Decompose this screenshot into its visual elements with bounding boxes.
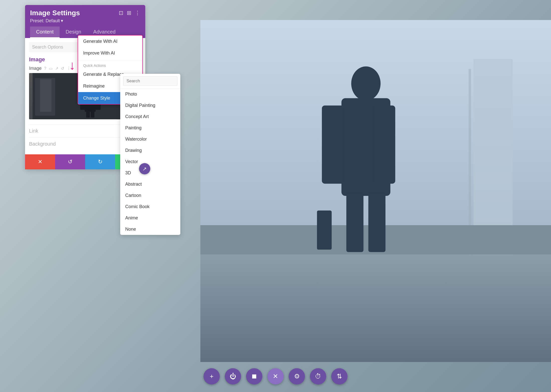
style-drawing[interactable]: Drawing (120, 145, 180, 156)
cursor-icon[interactable]: ↗ (55, 66, 58, 71)
search-options-text: Search Options (32, 45, 63, 50)
pink-arrow: ↓ (69, 58, 75, 73)
quick-actions-label: Quick Actions (78, 61, 142, 69)
sort-button[interactable]: ⇅ (331, 368, 348, 384)
link-label: Link (29, 128, 38, 134)
style-abstract[interactable]: Abstract (120, 179, 180, 190)
svg-rect-2 (474, 59, 513, 254)
style-search-input[interactable] (123, 76, 177, 86)
cancel-button[interactable]: ✕ (25, 154, 55, 169)
tab-content[interactable]: Content (30, 27, 60, 38)
style-anime[interactable]: Anime (120, 212, 180, 224)
stop-button[interactable]: ⏹ (246, 368, 262, 384)
panel-header-icons: ⊡ ⊞ ⋮ (119, 10, 140, 16)
svg-rect-19 (86, 111, 90, 118)
settings-button[interactable]: ⚙ (289, 368, 305, 384)
grid-icon[interactable]: ⊞ (127, 10, 131, 16)
style-3d[interactable]: 3D (120, 167, 180, 179)
undo-button[interactable]: ↺ (55, 154, 85, 169)
preset-row: Preset: Default ▾ (30, 18, 140, 24)
svg-point-5 (351, 67, 380, 101)
stop-icon: ⏹ (251, 372, 257, 380)
add-button[interactable]: + (204, 368, 220, 384)
svg-rect-8 (373, 106, 395, 184)
image-label: Image (29, 66, 42, 71)
sort-icon: ⇅ (337, 372, 342, 380)
style-painting[interactable]: Painting (120, 122, 180, 134)
mobile-icon[interactable]: ▭ (49, 66, 53, 71)
style-list: Photo Digital Painting Concept Art Paint… (120, 89, 180, 235)
menu-divider (78, 60, 142, 60)
photo-content (200, 20, 551, 362)
panel-title: Image Settings (30, 9, 80, 17)
panel-header-top: Image Settings ⊡ ⊞ ⋮ (30, 9, 140, 17)
style-search-container (120, 74, 180, 89)
background-label: Background (29, 141, 56, 147)
timer-button[interactable]: ⏱ (310, 368, 326, 384)
close-icon: ✕ (273, 372, 278, 380)
responsive-icon[interactable]: ⊡ (119, 10, 123, 16)
bottom-toolbar: + ⏻ ⏹ ✕ ⚙ ⏱ ⇅ (204, 368, 348, 384)
power-button[interactable]: ⏻ (225, 368, 241, 384)
style-watercolor[interactable]: Watercolor (120, 134, 180, 145)
power-icon: ⏻ (230, 372, 236, 380)
style-submenu: Photo Digital Painting Concept Art Paint… (120, 74, 180, 235)
svg-rect-9 (346, 193, 363, 252)
improve-with-ai-item[interactable]: Improve With AI (78, 47, 142, 59)
svg-rect-10 (368, 193, 385, 252)
timer-icon: ⏱ (315, 372, 321, 380)
more-options-icon[interactable]: ⋮ (135, 10, 140, 16)
svg-rect-14 (40, 79, 51, 112)
svg-rect-11 (317, 211, 332, 250)
style-vector[interactable]: Vector (120, 156, 180, 167)
panel-header: Image Settings ⊡ ⊞ ⋮ Preset: Default ▾ C… (25, 5, 145, 38)
style-concept-art[interactable]: Concept Art (120, 111, 180, 122)
preset-chevron[interactable]: ▾ (61, 18, 63, 24)
svg-rect-20 (91, 111, 94, 118)
generate-with-ai-item[interactable]: Generate With AI (78, 36, 142, 47)
undo-small-icon[interactable]: ↺ (61, 66, 64, 71)
image-section-title: Image (29, 56, 45, 63)
style-digital-painting[interactable]: Digital Painting (120, 100, 180, 111)
preset-label: Preset: Default (30, 18, 60, 24)
close-toolbar-button[interactable]: ✕ (267, 368, 284, 384)
svg-rect-7 (322, 106, 344, 184)
help-icon[interactable]: ? (44, 66, 46, 71)
settings-icon: ⚙ (294, 372, 300, 380)
style-none[interactable]: None (120, 224, 180, 235)
svg-rect-1 (200, 254, 551, 362)
add-icon: + (210, 372, 213, 380)
redo-button[interactable]: ↻ (85, 154, 115, 169)
style-photo[interactable]: Photo (120, 89, 180, 100)
style-comic-book[interactable]: Comic Book (120, 201, 180, 212)
drag-handle[interactable]: ↗ (139, 163, 150, 174)
style-cartoon[interactable]: Cartoon (120, 190, 180, 201)
